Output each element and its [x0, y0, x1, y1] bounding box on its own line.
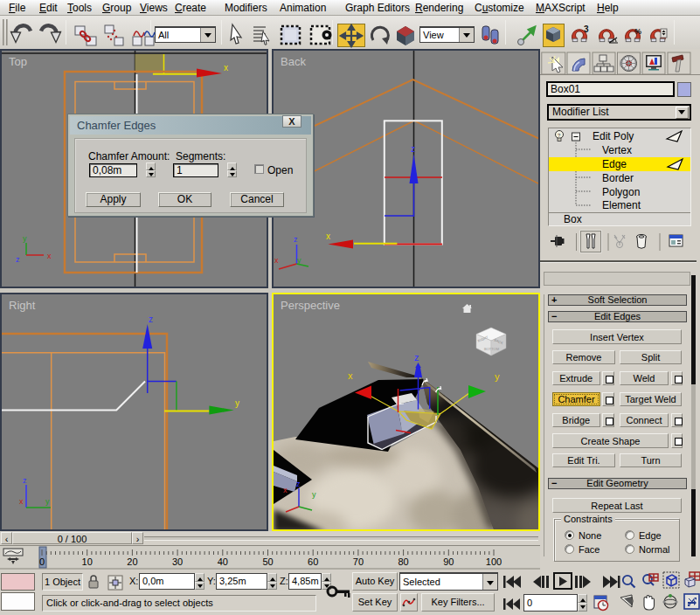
svg-text:80: 80 — [398, 556, 408, 567]
svg-text:z: z — [149, 314, 153, 324]
svg-text:z: z — [411, 144, 415, 154]
svg-text:x: x — [19, 497, 24, 506]
svg-text:50: 50 — [262, 556, 273, 567]
svg-text:x: x — [326, 231, 330, 241]
svg-text:x: x — [224, 63, 228, 73]
svg-text:z: z — [16, 255, 20, 264]
svg-text:20: 20 — [127, 556, 137, 567]
svg-text:z: z — [23, 476, 27, 485]
svg-text:x: x — [283, 486, 288, 494]
svg-text:y: y — [23, 234, 27, 243]
svg-text:3: 3 — [584, 24, 589, 34]
svg-text:z: z — [414, 352, 419, 363]
svg-text:90: 90 — [443, 556, 454, 567]
svg-text:40: 40 — [218, 556, 228, 567]
svg-text:%: % — [634, 27, 641, 36]
svg-text:x: x — [348, 370, 353, 381]
svg-text:30: 30 — [172, 556, 183, 567]
svg-text:z: z — [294, 235, 298, 244]
svg-text:y: y — [235, 398, 239, 408]
svg-text:z: z — [296, 480, 301, 488]
svg-text:x: x — [47, 252, 52, 260]
svg-text:y: y — [495, 371, 500, 382]
svg-text:y: y — [45, 497, 50, 506]
svg-text:y: y — [297, 256, 301, 265]
svg-text:70: 70 — [353, 556, 364, 567]
svg-text:10: 10 — [82, 556, 93, 567]
svg-text:y: y — [312, 490, 316, 499]
svg-text:0: 0 — [39, 556, 45, 567]
svg-text:100: 100 — [486, 556, 502, 567]
svg-text:x: x — [274, 256, 279, 265]
svg-text:BOTTOM: BOTTOM — [484, 347, 499, 351]
svg-text:60: 60 — [308, 556, 318, 567]
